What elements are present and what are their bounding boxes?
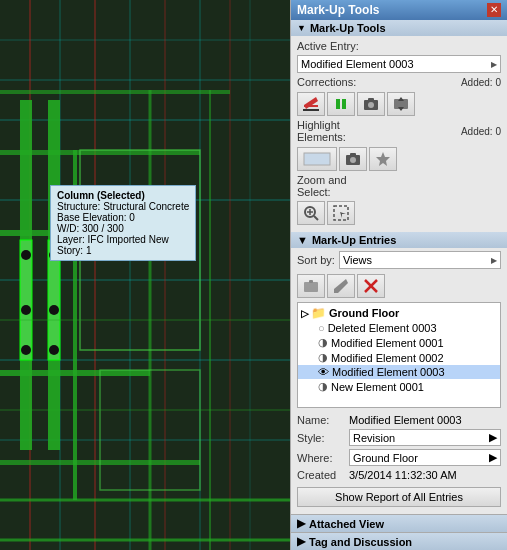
svg-marker-64 <box>334 279 348 293</box>
style-label: Style: <box>297 432 349 444</box>
collapse-arrow-icon: ▼ <box>297 23 306 33</box>
entry-edit-button[interactable] <box>327 274 355 298</box>
svg-rect-62 <box>304 282 318 292</box>
tag-discussion-section[interactable]: ▶ Tag and Discussion <box>291 532 507 550</box>
where-label: Where: <box>297 452 349 464</box>
correction-edit-button[interactable] <box>297 92 325 116</box>
attached-view-arrow-icon: ▶ <box>297 517 305 530</box>
highlight-added-label: Added: 0 <box>461 126 501 137</box>
tree-group-header[interactable]: ▷ 📁 Ground Floor <box>298 305 500 321</box>
svg-rect-30 <box>0 90 230 94</box>
select-button[interactable] <box>327 201 355 225</box>
item-label: New Element 0001 <box>331 381 424 393</box>
correction-move-button[interactable] <box>387 92 415 116</box>
svg-rect-0 <box>0 0 290 550</box>
svg-rect-63 <box>309 280 313 283</box>
show-report-button[interactable]: Show Report of All Entries <box>297 487 501 507</box>
svg-point-23 <box>49 305 59 315</box>
highlight-camera-button[interactable] <box>339 147 367 171</box>
entries-content: Sort by: Views ▶ <box>291 248 507 514</box>
sort-label: Sort by: <box>297 254 335 266</box>
svg-rect-43 <box>336 99 340 109</box>
tooltip-line3: W/D: 300 / 300 <box>57 223 189 234</box>
svg-rect-42 <box>303 109 319 111</box>
entry-add-button[interactable] <box>297 274 325 298</box>
list-item[interactable]: ◑ Modified Element 0001 <box>298 335 500 350</box>
svg-rect-51 <box>304 153 330 165</box>
active-entry-label: Active Entry: <box>297 40 362 52</box>
highlight-toolbar <box>297 147 501 171</box>
correction-green-button[interactable] <box>327 92 355 116</box>
sort-dropdown-arrow-icon: ▶ <box>491 256 497 265</box>
list-item[interactable]: ○ Deleted Element 0003 <box>298 321 500 335</box>
active-entry-row: Active Entry: <box>297 40 501 52</box>
entries-toolbar <box>291 272 507 300</box>
item-label: Modified Element 0003 <box>332 366 445 378</box>
new-icon: ◑ <box>318 380 328 393</box>
attached-view-label: Attached View <box>309 518 384 530</box>
entry-delete-button[interactable] <box>357 274 385 298</box>
markup-tools-panel: Mark-Up Tools ✕ ▼ Mark-Up Tools Active E… <box>290 0 507 550</box>
list-item[interactable]: ◑ Modified Element 0002 <box>298 350 500 365</box>
where-dropdown-arrow-icon: ▶ <box>489 451 497 464</box>
svg-point-22 <box>21 305 31 315</box>
highlight-label: Highlight Elements: <box>297 119 362 143</box>
markup-tools-section: ▼ Mark-Up Tools Active Entry: Modified E… <box>291 20 507 232</box>
highlight-empty-button[interactable] <box>297 147 337 171</box>
created-row: Created 3/5/2014 11:32:30 AM <box>297 469 501 481</box>
corrections-label: Corrections: <box>297 76 362 88</box>
created-label: Created <box>297 469 349 481</box>
highlight-star-button[interactable] <box>369 147 397 171</box>
folder-icon: 📁 <box>311 306 326 320</box>
corrections-added-label: Added: 0 <box>461 77 501 88</box>
markup-tools-label: Mark-Up Tools <box>310 22 386 34</box>
markup-tools-content: Active Entry: Modified Element 0003 ▶ Co… <box>291 36 507 232</box>
markup-tools-header[interactable]: ▼ Mark-Up Tools <box>291 20 507 36</box>
tag-discussion-arrow-icon: ▶ <box>297 535 305 548</box>
close-button[interactable]: ✕ <box>487 3 501 17</box>
name-label: Name: <box>297 414 349 426</box>
tooltip-line2: Base Elevation: 0 <box>57 212 189 223</box>
list-item-selected[interactable]: 👁 Modified Element 0003 <box>298 365 500 379</box>
tag-discussion-label: Tag and Discussion <box>309 536 412 548</box>
name-row: Name: Modified Element 0003 <box>297 414 501 426</box>
style-dropdown[interactable]: Revision ▶ <box>349 429 501 446</box>
zoom-label: Zoom and Select: <box>297 174 362 198</box>
markup-entries-label: Mark-Up Entries <box>312 234 396 246</box>
sort-dropdown[interactable]: Views ▶ <box>339 251 501 269</box>
zoom-button[interactable] <box>297 201 325 225</box>
tooltip-line5: Story: 1 <box>57 245 189 256</box>
correction-camera-button[interactable] <box>357 92 385 116</box>
item-label: Deleted Element 0003 <box>328 322 437 334</box>
active-entry-value: Modified Element 0003 <box>301 58 414 70</box>
panel-titlebar: Mark-Up Tools ✕ <box>291 0 507 20</box>
active-entry-dropdown[interactable]: Modified Element 0003 ▶ <box>297 55 501 73</box>
tooltip-line1: Structure: Structural Concrete <box>57 201 189 212</box>
svg-marker-55 <box>376 152 390 166</box>
name-value: Modified Element 0003 <box>349 414 501 426</box>
where-value: Ground Floor <box>353 452 418 464</box>
svg-line-57 <box>314 216 318 220</box>
modified-icon: ◑ <box>318 351 328 364</box>
list-item[interactable]: ◑ New Element 0001 <box>298 379 500 394</box>
entries-collapse-arrow-icon: ▼ <box>297 234 308 246</box>
markup-entries-header[interactable]: ▼ Mark-Up Entries <box>291 232 507 248</box>
entries-list[interactable]: ▷ 📁 Ground Floor ○ Deleted Element 0003 … <box>297 302 501 408</box>
svg-rect-54 <box>350 153 356 156</box>
zoom-toolbar <box>297 201 501 225</box>
svg-point-24 <box>21 345 31 355</box>
tooltip-title: Column (Selected) <box>57 190 189 201</box>
eye-icon: 👁 <box>318 366 329 378</box>
corrections-row: Corrections: Added: 0 <box>297 76 501 88</box>
svg-marker-61 <box>340 212 346 218</box>
svg-point-20 <box>21 250 31 260</box>
sort-value: Views <box>343 254 372 266</box>
style-value: Revision <box>353 432 395 444</box>
where-dropdown[interactable]: Ground Floor ▶ <box>349 449 501 466</box>
active-entry-value-row: Modified Element 0003 ▶ <box>297 55 501 73</box>
entry-details: Name: Modified Element 0003 Style: Revis… <box>291 410 507 514</box>
svg-point-46 <box>368 102 374 108</box>
tree-group-label: Ground Floor <box>329 307 399 319</box>
attached-view-section[interactable]: ▶ Attached View <box>291 514 507 532</box>
3d-viewport[interactable]: Column (Selected) Structure: Structural … <box>0 0 290 550</box>
